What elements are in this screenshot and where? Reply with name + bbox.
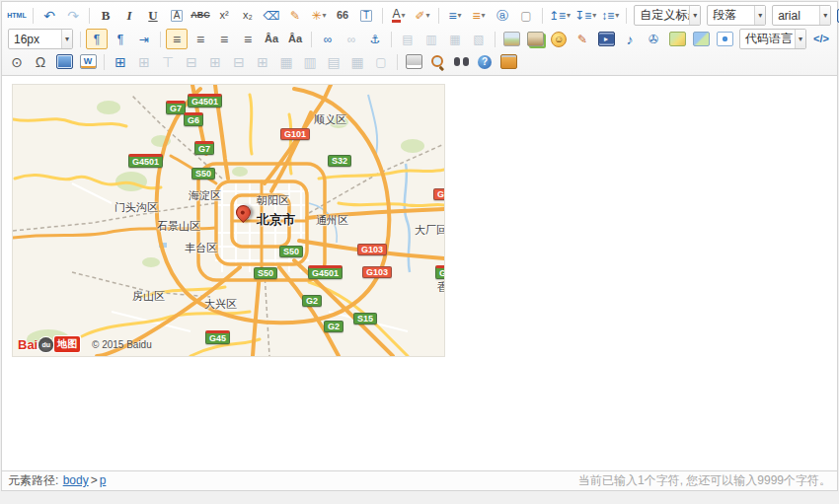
print-button[interactable] — [403, 51, 424, 72]
word-image-button[interactable]: W — [77, 51, 99, 72]
insert-table-button[interactable]: ⊞ — [110, 51, 131, 72]
html-source-button[interactable]: HTML — [6, 5, 28, 26]
preview-button[interactable] — [426, 51, 448, 72]
insert-iframe-button[interactable] — [714, 29, 735, 49]
scrawl-button[interactable]: ✎ — [572, 29, 593, 49]
merge-down-button[interactable]: ▤ — [323, 51, 344, 72]
insert-video-button[interactable]: ▸ — [595, 29, 617, 49]
image-float-right-button[interactable]: ▦ — [444, 29, 466, 49]
insert-code-button[interactable]: </> — [810, 29, 832, 49]
subscript-button[interactable]: x₂ — [237, 5, 259, 26]
chevron-down-icon[interactable]: ▾ — [402, 11, 406, 20]
image-manager-button[interactable] — [524, 29, 546, 49]
ordered-list-button[interactable]: ≡▾ — [444, 5, 466, 26]
to-lowercase-button[interactable]: Âa — [284, 29, 306, 49]
anchor-button[interactable]: ⚓ — [364, 29, 386, 49]
help-button[interactable]: ? — [474, 51, 496, 72]
paragraph-spacing-bottom-button[interactable]: ↧≡▾ — [573, 5, 597, 26]
paragraph-spacing-top-button[interactable]: ↥≡▾ — [548, 5, 572, 26]
chevron-down-icon[interactable]: ▾ — [458, 11, 462, 20]
merge-right-button[interactable]: ▥ — [299, 51, 321, 72]
insert-column-button[interactable]: ⊞ — [204, 51, 226, 72]
chevron-down-icon[interactable]: ▾ — [426, 11, 430, 20]
to-uppercase-button[interactable]: Âa — [261, 29, 282, 49]
font-family-select[interactable]: arial▾ — [772, 5, 831, 26]
paragraph-format-select[interactable]: 段落▾ — [707, 5, 766, 26]
blockquote-icon: 66 — [337, 10, 348, 21]
remove-link-button[interactable]: ∞ — [341, 29, 362, 49]
underline-button[interactable]: U — [142, 5, 164, 26]
table-sort-button[interactable]: ▢ — [370, 51, 392, 72]
line-height-button[interactable]: ↕≡▾ — [599, 5, 621, 26]
chevron-down-icon[interactable]: ▾ — [61, 30, 72, 48]
font-size-select[interactable]: 16px▾ — [8, 29, 73, 49]
path-link-body[interactable]: body — [63, 473, 89, 487]
align-right-button[interactable]: ≡ — [213, 29, 235, 49]
paragraph-reverse-button[interactable]: ¶ — [110, 29, 131, 49]
superscript-button[interactable]: x² — [213, 5, 235, 26]
chevron-down-icon[interactable]: ▾ — [323, 11, 327, 20]
delete-table-button[interactable]: ⊞ — [133, 51, 155, 72]
italic-button[interactable]: I — [118, 5, 140, 26]
first-line-indent-button[interactable]: ¶ — [86, 29, 108, 49]
insert-image-button[interactable] — [500, 29, 522, 49]
paste-board-button[interactable] — [497, 51, 519, 72]
chevron-down-icon[interactable]: ▾ — [819, 6, 830, 25]
chevron-down-icon[interactable]: ▾ — [689, 6, 700, 25]
strikethrough-button[interactable]: ABC — [190, 5, 211, 26]
align-center-button[interactable]: ≡ — [190, 29, 211, 49]
image-inline-button[interactable]: ▥ — [420, 29, 442, 49]
split-cells-button[interactable]: ▦ — [346, 51, 368, 72]
find-replace-icon — [454, 56, 469, 67]
format-painter-button[interactable]: ✎ — [284, 5, 306, 26]
custom-title-select[interactable]: 自定义标题▾ — [634, 5, 701, 26]
district-label: 通州区 — [316, 213, 348, 228]
align-justify-button[interactable]: ≡ — [237, 29, 259, 49]
align-left-button[interactable]: ≡ — [166, 29, 188, 49]
baidu-map-button[interactable] — [666, 29, 688, 49]
paste-plain-button[interactable]: T — [355, 5, 377, 26]
merge-cells-button[interactable]: ▦ — [275, 51, 297, 72]
fullscreen-button[interactable] — [835, 5, 839, 26]
font-border-button[interactable]: A — [166, 5, 188, 26]
delete-row-button[interactable]: ⊟ — [228, 51, 250, 72]
google-map-button[interactable] — [690, 29, 712, 49]
auto-typeset-button[interactable]: ✳▾ — [308, 5, 330, 26]
bold-button[interactable]: B — [95, 5, 116, 26]
chevron-down-icon[interactable]: ▾ — [482, 11, 486, 20]
redo-button[interactable]: ↷ — [62, 5, 84, 26]
baidu-map-embed[interactable]: 顺义区海淀区朝阳区门头沟区石景山区通州区大厂回族丰台区房山区大兴区香河北京市G4… — [12, 84, 445, 357]
find-replace-button[interactable] — [450, 51, 472, 72]
remove-format-button[interactable]: ⌫ — [261, 5, 282, 26]
page-break-button[interactable]: ⇟ — [834, 29, 839, 49]
insert-time-button[interactable]: ⊙ — [6, 51, 28, 72]
screenshot-button[interactable] — [53, 51, 75, 72]
auto-format-button[interactable]: ⓐ — [492, 5, 513, 26]
chevron-down-icon[interactable]: ▾ — [615, 11, 619, 20]
unordered-list-button[interactable]: ≡▾ — [468, 5, 490, 26]
indent-button[interactable]: ⇥ — [133, 29, 155, 49]
insert-music-button[interactable]: ♪ — [619, 29, 641, 49]
background-color-button[interactable]: ✐▾ — [412, 5, 433, 26]
attachment-button[interactable]: ✇ — [643, 29, 664, 49]
table-caption-button[interactable]: ⊤ — [157, 51, 179, 72]
chevron-down-icon[interactable]: ▾ — [754, 6, 765, 25]
insert-link-button[interactable]: ∞ — [317, 29, 339, 49]
path-link-p[interactable]: p — [100, 473, 107, 487]
special-chars-button[interactable]: Ω — [30, 51, 51, 72]
chevron-down-icon[interactable]: ▾ — [567, 11, 571, 20]
code-language-select[interactable]: 代码语言▾ — [739, 29, 806, 49]
emoticon[interactable]: ☺ — [548, 29, 570, 49]
delete-column-button[interactable]: ⊞ — [252, 51, 273, 72]
blockquote-button[interactable]: 66 — [332, 5, 353, 26]
insert-row-button[interactable]: ⊟ — [181, 51, 202, 72]
chevron-down-icon[interactable]: ▾ — [592, 11, 596, 20]
editor-toolbar: HTML↶↷BIUAABCx²x₂⌫✎✳▾66TA▾✐▾≡▾≡▾ⓐ▢↥≡▾↧≡▾… — [2, 2, 837, 76]
undo-button[interactable]: ↶ — [38, 5, 60, 26]
image-float-left-button[interactable]: ▤ — [397, 29, 419, 49]
font-color-button[interactable]: A▾ — [388, 5, 410, 26]
editor-content-area[interactable]: 顺义区海淀区朝阳区门头沟区石景山区通州区大厂回族丰台区房山区大兴区香河北京市G4… — [2, 76, 837, 475]
image-block-button[interactable]: ▧ — [468, 29, 490, 49]
blank-page-button[interactable]: ▢ — [515, 5, 537, 26]
chevron-down-icon[interactable]: ▾ — [795, 30, 805, 48]
